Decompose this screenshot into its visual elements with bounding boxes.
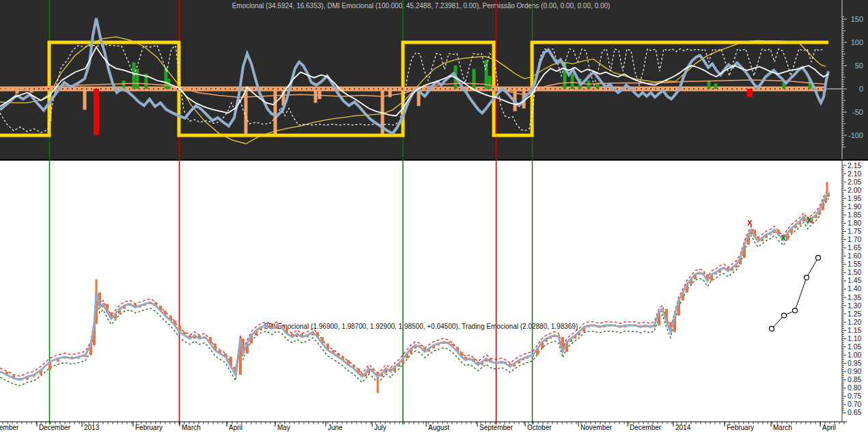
price-axis-label: 0.75 — [848, 392, 862, 400]
month-label: April — [229, 424, 242, 431]
month-label: February — [135, 424, 163, 431]
chart-canvas[interactable]: 150100500-50-100XXX2.152.102.052.001.951… — [0, 0, 868, 432]
month-label: October — [527, 424, 552, 431]
indicator-axis-label: 50 — [855, 62, 863, 70]
month-label: November — [580, 424, 613, 431]
price-axis-label: 1.20 — [848, 318, 862, 326]
indicator-axis-label: 100 — [851, 38, 863, 46]
month-label: March — [182, 424, 201, 431]
price-axis-label: 1.45 — [848, 276, 862, 284]
indicator-axis-label: 0 — [859, 85, 863, 93]
price-axis-label: 0.85 — [848, 375, 862, 383]
month-label: 2013 — [84, 424, 100, 431]
price-axis-label: 0.80 — [848, 383, 862, 392]
projection-node — [782, 313, 787, 318]
price-axis-label: 1.55 — [848, 260, 862, 268]
month-label: June — [328, 424, 343, 431]
buy-signal-x: X — [807, 216, 812, 224]
projection-node — [816, 256, 821, 260]
time-axis: emberDecember2013FebruaryMarchAprilMayJu… — [0, 422, 847, 431]
price-axis-label: 1.95 — [848, 194, 862, 202]
price-axis-label: 2.05 — [848, 178, 862, 186]
indicator-plot — [0, 0, 842, 158]
indicator-axis-label: -50 — [852, 108, 863, 116]
price-axis-label: 1.10 — [848, 334, 862, 342]
projection-node — [804, 275, 809, 280]
price-axis-label: 1.30 — [848, 301, 862, 310]
indicator-right-axis: 150100500-50-100 — [842, 0, 863, 159]
price-axis-label: 0.65 — [848, 408, 862, 416]
month-label: February — [727, 424, 754, 431]
price-axis-label: 1.65 — [848, 243, 862, 252]
month-label: ember — [0, 424, 19, 431]
month-label: December — [630, 424, 662, 431]
month-label: 2014 — [675, 424, 691, 431]
price-axis-label: 0.70 — [848, 400, 862, 408]
price-axis-label: 1.75 — [848, 227, 862, 235]
price-axis-label: 1.90 — [848, 202, 862, 211]
price-axis-label: 2.00 — [848, 186, 862, 194]
price-axis-label: 2.10 — [848, 170, 862, 178]
price-axis-label: 1.35 — [848, 293, 862, 301]
projection-node — [793, 308, 798, 313]
price-axis-label: 2.15 — [848, 161, 862, 170]
price-axis-label: 1.60 — [848, 252, 862, 260]
price-axis-label: 1.80 — [848, 219, 862, 227]
indicator-axis-label: 150 — [851, 15, 863, 23]
sell-signal-x: X — [747, 219, 753, 227]
price-axis-label: 1.50 — [848, 268, 862, 276]
emocional-blue — [0, 18, 828, 134]
price-axis-label: 1.15 — [848, 326, 862, 334]
trading-chart-window: Emocional (34.5924, 16.6353), DMI Emocio… — [0, 0, 868, 432]
price-axis-label: 1.70 — [848, 235, 862, 243]
month-label: March — [773, 424, 792, 431]
price-axis-label: 1.25 — [848, 310, 862, 318]
price-axis-label: 1.05 — [848, 342, 862, 351]
month-label: April — [822, 424, 836, 431]
price-axis-label: 1.00 — [848, 351, 862, 359]
price-plot: XXX — [0, 159, 828, 424]
price-axis-label: 1.40 — [848, 284, 862, 293]
projection-line — [772, 258, 818, 329]
month-label: May — [277, 424, 290, 431]
month-label: December — [39, 424, 71, 431]
price-right-axis: 2.152.102.052.001.951.901.851.801.751.70… — [842, 161, 862, 422]
price-axis-label: 1.85 — [848, 211, 862, 219]
indicator-axis-label: -100 — [848, 131, 863, 139]
price-axis-label: 0.90 — [848, 367, 862, 375]
month-label: September — [479, 424, 514, 431]
lower-dashed-band — [0, 198, 828, 386]
price-axis-label: 0.95 — [848, 359, 862, 367]
month-label: July — [374, 424, 387, 431]
projection-node — [770, 326, 774, 331]
buy-signal-x: X — [781, 234, 786, 242]
month-label: August — [428, 424, 449, 431]
